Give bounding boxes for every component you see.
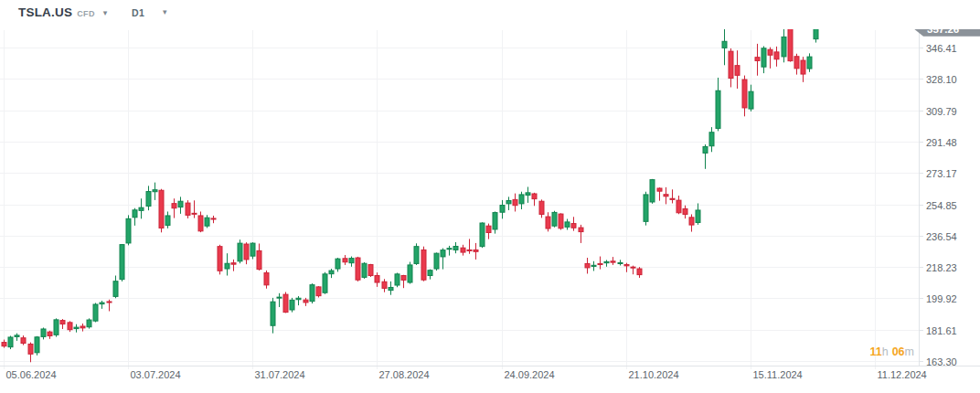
candle bbox=[225, 253, 229, 275]
candle bbox=[310, 283, 314, 303]
candle bbox=[290, 298, 294, 313]
candle bbox=[304, 298, 308, 306]
candle bbox=[15, 334, 19, 341]
price-axis-label: 163.30 bbox=[926, 356, 957, 367]
candle bbox=[762, 47, 766, 74]
candle bbox=[664, 187, 668, 205]
candle bbox=[794, 54, 799, 75]
candle bbox=[139, 198, 144, 218]
candle bbox=[414, 243, 419, 265]
price-axis-label: 309.79 bbox=[926, 106, 957, 117]
timeframe-selector[interactable]: D1 ▾ bbox=[132, 7, 167, 18]
candle bbox=[218, 245, 222, 275]
candle bbox=[264, 271, 269, 289]
time-axis-label: 27.08.2024 bbox=[379, 369, 430, 380]
price-axis-label: 199.92 bbox=[926, 293, 957, 304]
candle bbox=[703, 144, 708, 169]
candle bbox=[611, 257, 615, 265]
candle bbox=[644, 192, 648, 226]
candle bbox=[722, 27, 727, 65]
candles bbox=[2, 21, 818, 362]
candle bbox=[316, 286, 321, 297]
candle bbox=[238, 239, 242, 263]
candle bbox=[192, 200, 197, 218]
candle bbox=[395, 273, 399, 288]
candle bbox=[368, 264, 373, 277]
candlestick-chart-canvas[interactable]: 346.41328.10309.79291.48273.17254.85236.… bbox=[0, 0, 980, 393]
candle bbox=[768, 48, 772, 69]
countdown-hours: 11 bbox=[870, 345, 882, 358]
time-axis-label: 31.07.2024 bbox=[255, 369, 305, 380]
time-axis[interactable]: 05.06.202403.07.202431.07.202427.08.2024… bbox=[6, 369, 927, 380]
candle bbox=[244, 242, 249, 264]
candle bbox=[755, 44, 760, 76]
candle bbox=[28, 343, 33, 363]
candle bbox=[670, 189, 675, 203]
candle bbox=[401, 275, 406, 288]
price-axis-label: 254.85 bbox=[926, 200, 957, 211]
candle bbox=[552, 211, 557, 228]
candle bbox=[807, 53, 812, 71]
candle bbox=[467, 239, 472, 253]
candle bbox=[453, 242, 458, 253]
candle bbox=[382, 279, 387, 292]
candle bbox=[198, 211, 203, 232]
candle bbox=[637, 267, 642, 278]
chevron-down-icon[interactable]: ▾ bbox=[103, 8, 108, 17]
countdown-minutes-unit: m bbox=[905, 345, 914, 358]
candle bbox=[172, 198, 176, 218]
candle bbox=[774, 47, 779, 67]
time-axis-label: 03.07.2024 bbox=[131, 369, 181, 380]
candle bbox=[735, 50, 740, 89]
candle bbox=[323, 272, 327, 294]
candle bbox=[559, 213, 563, 229]
candle bbox=[434, 252, 439, 271]
price-axis[interactable]: 346.41328.10309.79291.48273.17254.85236.… bbox=[919, 43, 957, 367]
candle bbox=[35, 336, 39, 356]
time-axis-label: 15.11.2024 bbox=[753, 369, 803, 380]
candle bbox=[650, 179, 655, 204]
candle bbox=[283, 292, 288, 313]
candle bbox=[113, 276, 118, 299]
time-axis-label: 11.12.2024 bbox=[878, 369, 927, 380]
candle bbox=[441, 249, 445, 270]
candle bbox=[41, 327, 46, 339]
candle bbox=[591, 261, 596, 271]
candle bbox=[375, 272, 379, 287]
candle bbox=[729, 48, 733, 88]
candle bbox=[126, 215, 131, 245]
symbol-selector[interactable]: TSLA.US CFD ▾ bbox=[18, 5, 107, 19]
candle bbox=[60, 319, 65, 329]
candle bbox=[250, 242, 255, 259]
candle bbox=[54, 318, 59, 336]
candle bbox=[696, 203, 700, 224]
price-axis-label: 236.54 bbox=[926, 231, 957, 242]
candle bbox=[513, 194, 517, 212]
candle bbox=[93, 303, 98, 322]
candle-countdown: 11h06m bbox=[870, 345, 915, 358]
time-axis-label: 24.09.2024 bbox=[505, 369, 555, 380]
candle bbox=[74, 324, 79, 333]
candle bbox=[8, 335, 13, 349]
candle bbox=[356, 257, 360, 281]
candle bbox=[2, 340, 6, 348]
candle bbox=[532, 193, 537, 206]
candle bbox=[231, 260, 236, 271]
chevron-down-icon[interactable]: ▾ bbox=[163, 7, 167, 16]
timeframe-label: D1 bbox=[132, 7, 144, 18]
candle bbox=[657, 187, 662, 200]
candle bbox=[742, 76, 747, 117]
candle bbox=[801, 57, 805, 82]
symbol-name: TSLA.US bbox=[18, 5, 72, 19]
candle bbox=[493, 211, 497, 233]
candle bbox=[100, 301, 104, 309]
candle bbox=[421, 247, 426, 281]
countdown-hours-unit: h bbox=[882, 345, 889, 358]
candle bbox=[343, 255, 347, 265]
candle bbox=[579, 225, 583, 243]
candle bbox=[749, 85, 753, 112]
candle bbox=[178, 196, 183, 214]
candle bbox=[565, 219, 570, 230]
candle bbox=[21, 335, 26, 345]
candle bbox=[87, 318, 91, 328]
